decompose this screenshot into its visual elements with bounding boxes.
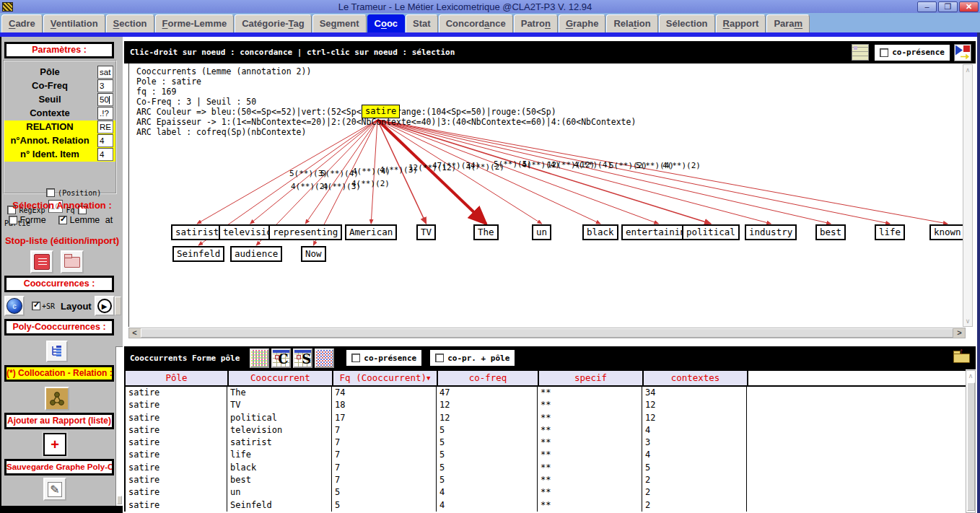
graph-canvas[interactable]: Cooccurrents (Lemme (annotation 2))Pole … xyxy=(128,63,966,327)
copr-pole-checkbox[interactable] xyxy=(435,354,444,362)
tab-concordance[interactable]: Concordance xyxy=(439,14,513,32)
scroll-up-icon[interactable]: ∧ xyxy=(963,65,972,75)
close-button[interactable]: ✕ xyxy=(959,1,979,12)
tab-rapport[interactable]: Rapport xyxy=(716,14,766,32)
tab-stat[interactable]: Stat xyxy=(406,14,438,32)
add-rapport-button[interactable]: + xyxy=(43,433,66,456)
tab-patron[interactable]: Patron xyxy=(514,14,558,32)
tab-sélection[interactable]: Sélection xyxy=(659,14,715,32)
param-input[interactable]: 4 xyxy=(97,134,113,147)
lemme-checkbox[interactable] xyxy=(58,216,67,224)
graph-node[interactable]: The xyxy=(473,224,499,240)
sidebar-bottom-bar xyxy=(1,506,124,513)
section-view-button[interactable]: S xyxy=(293,348,312,368)
table-row[interactable]: satireThe7447**34 xyxy=(124,387,966,399)
table-row[interactable]: satiresatirist75**3 xyxy=(124,437,966,449)
table-scroll-thumb[interactable] xyxy=(967,382,975,511)
param-input[interactable]: sat xyxy=(97,66,113,79)
graph-node[interactable]: satirist xyxy=(171,224,223,240)
table-cell: 7 xyxy=(332,449,437,461)
table-cell: ** xyxy=(538,449,642,461)
scroll-right-icon[interactable]: > xyxy=(954,328,965,338)
scroll-down-icon[interactable]: ∨ xyxy=(963,316,972,326)
table-row[interactable]: satireun54**2 xyxy=(124,486,966,499)
dotmatrix-view-button[interactable] xyxy=(315,348,334,368)
graph-node[interactable]: TV xyxy=(416,224,436,240)
sauvegarde-button[interactable]: ✎ xyxy=(43,478,66,501)
table-row[interactable]: satireSeinfeld54**2 xyxy=(124,499,966,512)
table-row[interactable]: satirepolitical1712**12 xyxy=(124,412,966,424)
graph-node[interactable]: audience xyxy=(230,246,282,262)
sr-checkbox[interactable] xyxy=(32,302,40,310)
param-input[interactable]: RE xyxy=(97,120,113,133)
table-copresence-checkbox[interactable] xyxy=(351,354,360,362)
table-vertical-scrollbar[interactable]: ∧ xyxy=(966,370,976,513)
graph-node[interactable]: best xyxy=(815,224,846,240)
red-notebook-icon xyxy=(34,254,50,270)
collocation-button[interactable] xyxy=(45,387,69,411)
graph-node[interactable]: political xyxy=(682,224,740,240)
column-header-1[interactable]: Cooccurrent xyxy=(229,371,333,385)
tab-cadre[interactable]: Cadre xyxy=(1,14,43,32)
maximize-button[interactable]: ❐ xyxy=(938,1,958,12)
table-cell: ** xyxy=(538,462,642,474)
tab-cooc[interactable]: Cooc xyxy=(367,14,406,32)
matrix-view-button[interactable] xyxy=(250,348,269,368)
param-input[interactable]: .!? xyxy=(97,107,113,120)
tab-segment[interactable]: Segment xyxy=(312,14,367,32)
param-input[interactable]: 50 xyxy=(97,93,113,106)
graph-node[interactable]: un xyxy=(532,224,551,240)
graph-node[interactable]: industry xyxy=(745,224,797,240)
stopliste-import-button[interactable] xyxy=(61,250,84,273)
concordance-view-button[interactable]: C xyxy=(271,348,291,368)
hscroll-thumb[interactable] xyxy=(141,328,953,338)
cooc-run-button[interactable]: c xyxy=(4,296,25,316)
position-checkbox[interactable] xyxy=(46,188,55,197)
tab-param[interactable]: Param xyxy=(766,14,810,32)
param-input[interactable]: 3 xyxy=(97,79,113,92)
graph-node[interactable]: American xyxy=(345,224,397,240)
tab-relation[interactable]: Relation xyxy=(606,14,657,32)
layout-spinner[interactable] xyxy=(115,297,121,315)
column-header-5[interactable]: contextes xyxy=(644,371,748,385)
stopliste-edit-button[interactable] xyxy=(30,250,53,273)
export-folder-icon[interactable]: ↑ xyxy=(953,348,971,365)
table-row[interactable]: satiretelevision75**4 xyxy=(124,424,966,437)
table-cell: 7 xyxy=(332,424,437,437)
column-header-0[interactable]: Pôle xyxy=(126,371,229,385)
pole-node[interactable]: satire xyxy=(362,105,400,118)
graph-node[interactable]: Now xyxy=(301,246,326,262)
graph-vertical-scrollbar[interactable]: ∧ ∨ xyxy=(963,64,973,327)
forme-checkbox[interactable] xyxy=(9,216,17,224)
param-input[interactable]: 4 xyxy=(97,148,113,161)
minimize-button[interactable]: – xyxy=(917,1,937,12)
graph-node[interactable]: life xyxy=(875,224,905,240)
graph-hint-bar: Clic-droit sur noeud : concordance | ctr… xyxy=(124,41,976,63)
column-header-2[interactable]: Fq (Cooccurrent)▼ xyxy=(333,371,438,385)
table-row[interactable]: satirelife75**4 xyxy=(124,449,966,461)
polycooc-tree-button[interactable] xyxy=(46,341,68,362)
scroll-left-icon[interactable]: < xyxy=(129,328,140,338)
graph-horizontal-scrollbar[interactable]: < > xyxy=(128,328,966,338)
tab-section[interactable]: Section xyxy=(106,14,154,32)
table-row[interactable]: satireblack75**5 xyxy=(124,462,966,474)
tab-catégorie-tag[interactable]: Catégorie-Tag xyxy=(235,14,311,32)
table-cell: satire xyxy=(124,399,227,411)
table-row[interactable]: satireTV1812**12 xyxy=(124,399,966,411)
column-header-4[interactable]: specif xyxy=(539,371,644,385)
graph-node[interactable]: representing xyxy=(268,224,342,240)
graph-node[interactable]: Seinfeld xyxy=(172,246,224,262)
column-header-3[interactable]: co-freq xyxy=(438,371,539,385)
graph-refresh-icon[interactable] xyxy=(954,44,971,61)
graph-node[interactable]: known xyxy=(929,224,966,240)
graph-node[interactable]: black xyxy=(582,224,618,240)
tab-forme-lemme[interactable]: Forme-Lemme xyxy=(155,14,235,32)
grid-view-icon[interactable] xyxy=(852,44,869,61)
table-row[interactable]: satirebest75**2 xyxy=(124,474,966,486)
tab-ventilation[interactable]: Ventilation xyxy=(43,14,105,32)
graph-copresence-checkbox[interactable] xyxy=(880,48,888,57)
table-scroll-up-icon[interactable]: ∧ xyxy=(966,371,975,381)
tab-graphe[interactable]: Graphe xyxy=(559,14,606,32)
sidebar-scrollbar-thumb[interactable] xyxy=(117,496,122,504)
layout-play-button[interactable]: ▶ xyxy=(95,296,115,316)
